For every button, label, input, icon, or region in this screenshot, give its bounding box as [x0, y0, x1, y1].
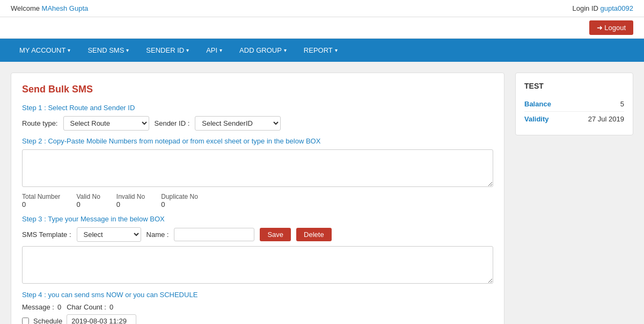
char-count-label: Char Count :	[67, 303, 106, 311]
nav-report[interactable]: REPORT ▾	[295, 39, 346, 62]
total-number-stat: Total Number 0	[22, 193, 60, 208]
duplicate-no-value: 0	[161, 200, 198, 208]
chevron-down-icon: ▾	[68, 47, 70, 53]
nav-sender-id[interactable]: SENDER ID ▾	[137, 39, 197, 62]
name-label: Name :	[147, 231, 169, 239]
valid-no-label: Valid No	[76, 193, 100, 200]
invalid-no-label: Invalid No	[116, 193, 145, 200]
save-button[interactable]: Save	[260, 228, 291, 241]
sms-template-select[interactable]: Select	[77, 227, 141, 242]
top-bar: Welcome MAhesh Gupta Login ID gupta0092	[0, 0, 644, 17]
balance-value: 5	[620, 100, 624, 108]
validity-row: Validity 27 Jul 2019	[524, 112, 624, 126]
nav-add-group[interactable]: ADD GROUP ▾	[231, 39, 295, 62]
nav-my-account[interactable]: MY ACCOUNT ▾	[11, 39, 79, 62]
chevron-down-icon: ▾	[186, 47, 189, 53]
username-link[interactable]: MAhesh Gupta	[42, 4, 89, 12]
login-id-label: Login ID	[573, 4, 601, 12]
nav-send-sms[interactable]: SEND SMS ▾	[79, 39, 137, 62]
total-number-value: 0	[22, 200, 60, 208]
schedule-checkbox[interactable]	[22, 318, 29, 324]
route-type-select[interactable]: Select Route	[63, 116, 149, 131]
schedule-row: Schedule	[22, 314, 493, 324]
chevron-down-icon: ▾	[219, 47, 222, 53]
invalid-no-stat: Invalid No 0	[116, 193, 145, 208]
balance-row: Balance 5	[524, 97, 624, 112]
login-info: Login ID gupta0092	[573, 4, 634, 12]
balance-label: Balance	[524, 100, 551, 108]
nav-api[interactable]: API ▾	[197, 39, 231, 62]
route-type-label: Route type:	[22, 119, 58, 127]
duplicate-no-label: Duplicate No	[161, 193, 198, 200]
valid-no-stat: Valid No 0	[76, 193, 100, 208]
chevron-down-icon: ▾	[284, 47, 287, 53]
message-count: Message : 0	[22, 303, 61, 311]
mobile-numbers-textarea[interactable]	[22, 149, 493, 187]
login-id-link[interactable]: gupta0092	[601, 4, 633, 12]
test-panel-title: TEST	[524, 82, 624, 90]
send-row: Message : 0 Char Count : 0	[22, 303, 493, 311]
template-row: SMS Template : Select Name : Save Delete	[22, 227, 493, 242]
validity-label: Validity	[524, 115, 549, 123]
schedule-label[interactable]: Schedule	[33, 317, 62, 324]
test-panel: TEST Balance 5 Validity 27 Jul 2019	[515, 73, 633, 135]
send-bulk-sms-form: Send Bulk SMS Step 1 : Select Route and …	[11, 73, 504, 324]
step1-label: Step 1 : Select Route and Sender ID	[22, 104, 493, 112]
logout-bar: ➜ Logout	[0, 17, 644, 39]
main-content: Send Bulk SMS Step 1 : Select Route and …	[0, 62, 644, 324]
message-textarea[interactable]	[22, 246, 493, 284]
delete-button[interactable]: Delete	[296, 228, 332, 241]
sender-id-label: Sender ID :	[155, 119, 190, 127]
welcome-message: Welcome MAhesh Gupta	[11, 4, 88, 12]
validity-value: 27 Jul 2019	[588, 115, 624, 123]
step1-row: Route type: Select Route Sender ID : Sel…	[22, 116, 493, 131]
main-nav: MY ACCOUNT ▾ SEND SMS ▾ SENDER ID ▾ API …	[0, 39, 644, 62]
message-value: 0	[57, 303, 61, 311]
welcome-text: Welcome	[11, 4, 42, 12]
char-count: Char Count : 0	[67, 303, 113, 311]
char-count-value: 0	[109, 303, 113, 311]
form-title: Send Bulk SMS	[22, 84, 493, 95]
schedule-datetime-input[interactable]	[67, 314, 136, 324]
total-number-label: Total Number	[22, 193, 60, 200]
valid-no-value: 0	[76, 200, 100, 208]
chevron-down-icon: ▾	[335, 47, 338, 53]
name-input[interactable]	[174, 228, 254, 241]
chevron-down-icon: ▾	[126, 47, 129, 53]
stats-row: Total Number 0 Valid No 0 Invalid No 0 D…	[22, 193, 493, 208]
step2-label: Step 2 : Copy-Paste Mobile Numbers from …	[22, 137, 493, 145]
step3-label: Step 3 : Type your Message in the below …	[22, 215, 493, 223]
logout-button[interactable]: ➜ Logout	[589, 20, 633, 35]
invalid-no-value: 0	[116, 200, 145, 208]
sms-template-label: SMS Template :	[22, 231, 71, 239]
message-label: Message :	[22, 303, 54, 311]
duplicate-no-stat: Duplicate No 0	[161, 193, 198, 208]
step4-label: Step 4 : you can send sms NOW or you can…	[22, 291, 493, 299]
sender-id-select[interactable]: Select SenderID	[195, 116, 281, 131]
